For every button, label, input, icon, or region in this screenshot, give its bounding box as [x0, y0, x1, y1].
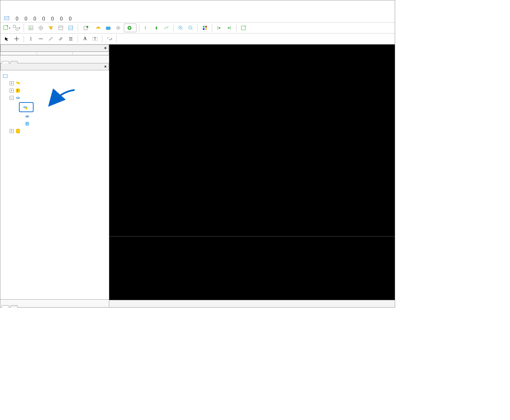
svg-marker-44	[5, 37, 8, 41]
svg-marker-41	[227, 27, 229, 29]
strategy-tester-toggle[interactable]	[66, 24, 75, 32]
metaquotes-button[interactable]	[94, 24, 103, 32]
market-watch-header: ×	[0, 44, 109, 52]
close-icon[interactable]: ×	[104, 46, 107, 50]
menubar: () () () () () () ()	[0, 14, 395, 23]
expert-icon	[24, 113, 30, 119]
svg-text:T: T	[94, 37, 96, 41]
svg-rect-36	[203, 28, 205, 30]
app-icon	[4, 15, 10, 21]
market-watch-toggle[interactable]	[27, 24, 35, 32]
line-chart-button[interactable]	[162, 24, 171, 32]
menu-window[interactable]: ()	[60, 16, 63, 21]
zoom-out-button[interactable]	[186, 24, 195, 32]
svg-rect-14	[69, 26, 73, 30]
svg-rect-35	[205, 26, 207, 28]
svg-rect-59	[3, 75, 7, 78]
svg-rect-73	[16, 129, 20, 133]
svg-rect-62	[16, 89, 20, 93]
navigator-header: ×	[0, 63, 109, 70]
menu-tools[interactable]: ()	[51, 16, 54, 21]
svg-point-67	[24, 106, 26, 107]
expand-icon[interactable]: +	[10, 129, 14, 133]
col-ask[interactable]	[73, 52, 109, 55]
terminal-toggle[interactable]	[56, 24, 65, 32]
svg-rect-17	[106, 27, 110, 30]
expand-icon[interactable]: +	[10, 89, 14, 93]
tab-favorites[interactable]	[10, 305, 18, 308]
close-icon[interactable]: ×	[104, 64, 107, 69]
tab-tick-chart[interactable]	[10, 61, 18, 63]
svg-rect-4	[16, 28, 18, 30]
new-order-button[interactable]	[81, 24, 93, 32]
trendline-tool[interactable]	[46, 35, 55, 43]
toolbar-main: +▾ ▾ +	[0, 23, 395, 34]
navigator-toggle[interactable]	[46, 24, 55, 32]
svg-point-65	[17, 97, 19, 98]
autoscroll-button[interactable]	[215, 24, 223, 32]
candle-chart-button[interactable]	[152, 24, 161, 32]
vertical-line-tool[interactable]	[27, 35, 35, 43]
menu-view[interactable]: ()	[25, 16, 28, 21]
nav-macd-sample[interactable]	[19, 102, 34, 112]
expand-icon[interactable]: +	[10, 81, 14, 85]
text-tool[interactable]: A	[81, 35, 89, 43]
tab-general[interactable]	[2, 305, 9, 308]
tab-symbol-list[interactable]	[2, 61, 9, 63]
svg-rect-3	[13, 25, 16, 28]
script-icon	[15, 128, 21, 134]
crosshair-tool[interactable]	[12, 35, 21, 43]
expert-icon	[15, 95, 21, 101]
profiles-button[interactable]: ▾	[12, 24, 21, 32]
indicators-button[interactable]: +	[239, 24, 248, 32]
menu-insert[interactable]: ()	[33, 16, 36, 21]
svg-line-50	[59, 37, 62, 40]
toolbar-drawing: A T ▾	[0, 34, 395, 44]
svg-marker-39	[219, 27, 221, 29]
tile-windows-button[interactable]	[201, 24, 209, 32]
svg-point-61	[18, 82, 20, 84]
expert-icon	[22, 104, 28, 110]
chart-shift-button[interactable]	[225, 24, 233, 32]
svg-point-69	[25, 115, 29, 117]
app-icon	[2, 73, 8, 79]
svg-rect-12	[59, 26, 63, 30]
svg-line-28	[182, 29, 183, 30]
chart-area[interactable]	[109, 44, 395, 307]
svg-point-68	[26, 107, 28, 109]
data-window-toggle[interactable]	[37, 24, 45, 32]
svg-marker-57	[107, 37, 109, 39]
svg-line-51	[60, 38, 62, 40]
menu-help[interactable]: ()	[69, 16, 72, 21]
menu-chart[interactable]: ()	[42, 16, 45, 21]
svg-text:+: +	[244, 25, 246, 28]
horizontal-line-tool[interactable]	[37, 35, 45, 43]
titlebar	[0, 0, 395, 14]
zoom-in-button[interactable]	[176, 24, 185, 32]
chart-xaxis	[109, 300, 395, 307]
svg-rect-37	[205, 28, 207, 30]
expert-advisors-button[interactable]	[104, 24, 113, 32]
text-label-tool[interactable]: T	[91, 35, 99, 43]
auto-trading-button[interactable]	[124, 24, 136, 32]
col-symbol[interactable]	[1, 52, 37, 55]
market-watch-table	[0, 52, 109, 55]
cursor-tool[interactable]	[2, 35, 11, 43]
options-button[interactable]	[114, 24, 123, 32]
globe-icon	[24, 121, 30, 127]
svg-marker-58	[109, 39, 111, 40]
arrows-tool[interactable]: ▾	[105, 35, 114, 43]
new-chart-button[interactable]: +▾	[2, 24, 11, 32]
svg-line-49	[49, 37, 52, 40]
svg-text:+: +	[6, 25, 8, 28]
col-bid[interactable]	[37, 52, 73, 55]
collapse-icon[interactable]: −	[10, 96, 14, 100]
equidistant-tool[interactable]	[56, 35, 65, 43]
bar-chart-button[interactable]	[142, 24, 151, 32]
indicators-icon: f	[15, 88, 21, 94]
accounts-icon	[15, 80, 21, 86]
svg-point-16	[86, 26, 88, 28]
menu-file[interactable]: ()	[16, 16, 19, 21]
fibonacci-tool[interactable]	[66, 35, 75, 43]
svg-point-19	[118, 27, 119, 29]
